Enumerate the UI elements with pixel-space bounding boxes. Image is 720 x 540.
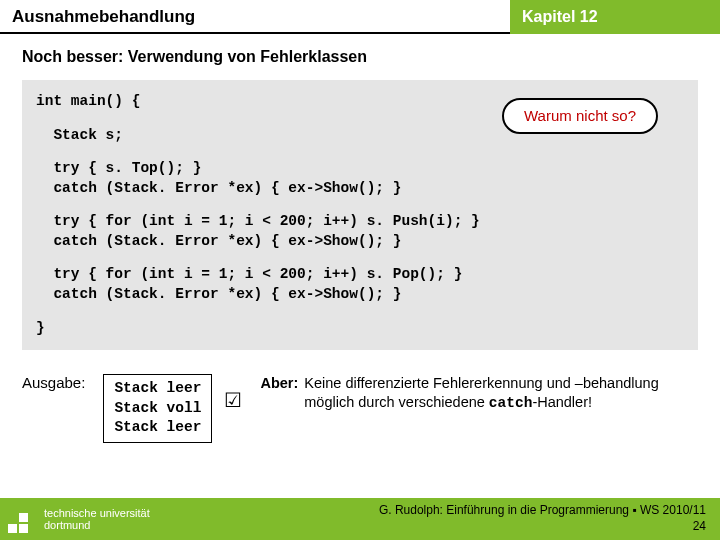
code-line: catch (Stack. Error *ex) { ex->Show(); } [36,179,684,199]
output-box: Stack leer Stack voll Stack leer [103,374,212,443]
code-line: try { for (int i = 1; i < 200; i++) s. P… [36,265,684,285]
code-line: try { s. Top(); } [36,159,684,179]
aber-block: Aber: Keine differenzierte Fehlererkennu… [260,374,698,413]
slide-subtitle: Noch besser: Verwendung von Fehlerklasse… [0,34,720,76]
tu-logo: technische universität dortmund [8,505,150,533]
output-line: Stack leer [114,379,201,399]
aber-label: Aber: [260,374,298,413]
tu-logo-icon [8,505,36,533]
check-icon: ☑ [224,374,242,412]
catch-keyword: catch [489,395,533,411]
header-topic: Ausnahmebehandlung [0,0,510,34]
aber-text: Keine differenzierte Fehlererkennung und… [304,374,698,413]
code-block: int main() { Stack s; try { s. Top(); } … [22,80,698,350]
output-label: Ausgabe: [22,374,85,391]
aber-text-part1: Keine differenzierte Fehlererkennung und… [304,375,658,410]
tu-logo-text: technische universität dortmund [44,507,150,531]
code-line: } [36,319,684,339]
output-line: Stack leer [114,418,201,438]
aber-text-part2: -Handler! [532,394,592,410]
credit-line: G. Rudolph: Einführung in die Programmie… [379,503,706,519]
footer-bar: technische universität dortmund G. Rudol… [0,498,720,540]
code-line: catch (Stack. Error *ex) { ex->Show(); } [36,232,684,252]
header-chapter: Kapitel 12 [510,0,720,34]
footer-credit: G. Rudolph: Einführung in die Programmie… [379,503,706,534]
header-bar: Ausnahmebehandlung Kapitel 12 [0,0,720,34]
uni-line2: dortmund [44,519,150,531]
lower-row: Ausgabe: Stack leer Stack voll Stack lee… [0,350,720,443]
code-line: catch (Stack. Error *ex) { ex->Show(); } [36,285,684,305]
uni-line1: technische universität [44,507,150,519]
output-line: Stack voll [114,399,201,419]
code-line: try { for (int i = 1; i < 200; i++) s. P… [36,212,684,232]
callout-bubble: Warum nicht so? [502,98,658,134]
page-number: 24 [379,519,706,535]
